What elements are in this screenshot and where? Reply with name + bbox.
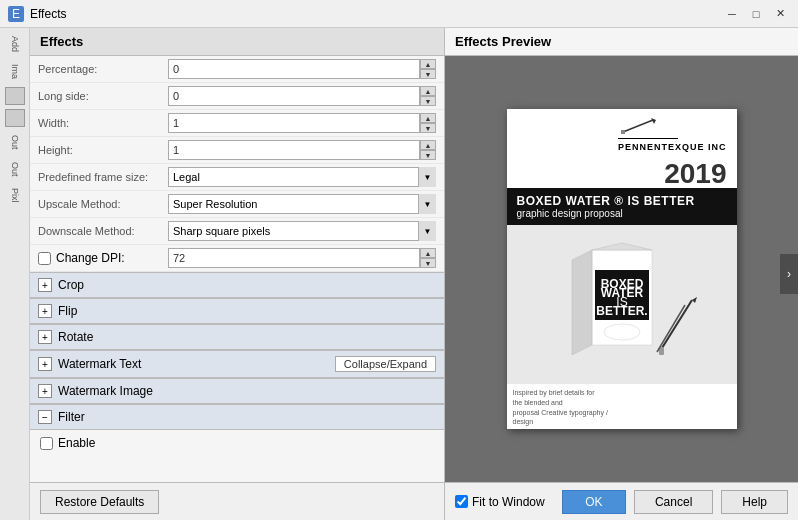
longside-label: Long side:	[38, 90, 168, 102]
sidebar-item-2[interactable]	[5, 109, 25, 127]
height-input[interactable]	[168, 140, 420, 160]
bottom-bar-right: Fit to Window OK Cancel Help	[445, 482, 798, 520]
filter-enable-checkbox[interactable]	[40, 437, 53, 450]
filter-section-header[interactable]: − Filter	[30, 404, 444, 430]
percentage-input-wrap: ▲ ▼	[168, 59, 436, 79]
watermark-text-expand-icon: +	[38, 357, 52, 371]
svg-line-0	[623, 120, 653, 132]
effects-panel-header: Effects	[30, 28, 444, 56]
help-button[interactable]: Help	[721, 490, 788, 514]
dpi-up[interactable]: ▲	[420, 248, 436, 258]
dpi-checkbox[interactable]	[38, 252, 51, 265]
doc-company-name: PENNENTEXQUE INC	[618, 142, 727, 152]
height-down[interactable]: ▼	[420, 150, 436, 160]
height-spinner: ▲ ▼	[420, 140, 436, 160]
longside-up[interactable]: ▲	[420, 86, 436, 96]
longside-down[interactable]: ▼	[420, 96, 436, 106]
width-row: Width: ▲ ▼	[30, 110, 444, 137]
doc-bottom: Inspired by brief details for the blende…	[507, 384, 737, 429]
right-panel: Effects Preview PENNENTEXQUE INC	[445, 28, 798, 520]
dpi-down[interactable]: ▼	[420, 258, 436, 268]
doc-header-right: PENNENTEXQUE INC	[618, 117, 727, 152]
filter-expand-icon: −	[38, 410, 52, 424]
doc-year: 2019	[507, 160, 737, 188]
watermark-text-section-header[interactable]: + Watermark Text Collapse/Expand	[30, 350, 444, 378]
doc-image-area: BOXED WATER IS BETTER.	[507, 225, 737, 384]
doc-black-bar-title: BOXED WATER ® IS BETTER	[517, 194, 727, 208]
bottom-bar-left: Restore Defaults	[30, 482, 444, 520]
filter-content: Enable	[30, 430, 444, 456]
svg-rect-2	[621, 130, 625, 134]
height-label: Height:	[38, 144, 168, 156]
fit-to-window-checkbox[interactable]	[455, 495, 468, 508]
percentage-input[interactable]	[168, 59, 420, 79]
rotate-label: Rotate	[58, 330, 93, 344]
fit-to-window-label: Fit to Window	[472, 495, 545, 509]
dpi-row: Change DPI: ▲ ▼	[30, 245, 444, 272]
watermark-image-section-header[interactable]: + Watermark Image	[30, 378, 444, 404]
sidebar-out-label: Out	[10, 131, 20, 154]
dpi-input-wrap: ▲ ▼	[168, 248, 436, 268]
sidebar-strip: Add Ima Out Out Pixl	[0, 28, 30, 520]
sidebar-pix-label: Pixl	[10, 184, 20, 207]
svg-text:BETTER.: BETTER.	[596, 304, 647, 318]
dpi-spinner: ▲ ▼	[420, 248, 436, 268]
minimize-button[interactable]: ─	[722, 5, 742, 23]
upscale-select[interactable]: Super Resolution Bicubic Bilinear	[168, 194, 436, 214]
downscale-select[interactable]: Sharp square pixels Bilinear Bicubic	[168, 221, 436, 241]
width-up[interactable]: ▲	[420, 113, 436, 123]
preview-header: Effects Preview	[445, 28, 798, 56]
width-down[interactable]: ▼	[420, 123, 436, 133]
downscale-row: Downscale Method: Sharp square pixels Bi…	[30, 218, 444, 245]
cancel-button[interactable]: Cancel	[634, 490, 713, 514]
restore-defaults-button[interactable]: Restore Defaults	[40, 490, 159, 514]
percentage-spinner: ▲ ▼	[420, 59, 436, 79]
flip-label: Flip	[58, 304, 77, 318]
crop-section-header[interactable]: + Crop	[30, 272, 444, 298]
effects-panel-content: Percentage: ▲ ▼ Long side: ▲ ▼	[30, 56, 444, 482]
downscale-label: Downscale Method:	[38, 225, 168, 237]
ok-button[interactable]: OK	[562, 490, 626, 514]
watermark-text-collapse-btn[interactable]: Collapse/Expand	[335, 356, 436, 372]
filter-enable-row: Enable	[40, 436, 434, 450]
watermark-text-label: Watermark Text	[58, 357, 141, 371]
sidebar-item-1[interactable]	[5, 87, 25, 105]
rotate-section-header[interactable]: + Rotate	[30, 324, 444, 350]
title-bar-left: E Effects	[8, 6, 66, 22]
crop-label: Crop	[58, 278, 84, 292]
watermark-image-expand-icon: +	[38, 384, 52, 398]
window-controls: ─ □ ✕	[722, 5, 790, 23]
width-input[interactable]	[168, 113, 420, 133]
height-up[interactable]: ▲	[420, 140, 436, 150]
height-row: Height: ▲ ▼	[30, 137, 444, 164]
doc-company-line	[618, 138, 678, 139]
maximize-button[interactable]: □	[746, 5, 766, 23]
upscale-label: Upscale Method:	[38, 198, 168, 210]
title-bar: E Effects ─ □ ✕	[0, 0, 798, 28]
dpi-input[interactable]	[168, 248, 420, 268]
percentage-label: Percentage:	[38, 63, 168, 75]
fit-to-window-wrap: Fit to Window	[455, 495, 545, 509]
flip-expand-icon: +	[38, 304, 52, 318]
carton-illustration: BOXED WATER IS BETTER.	[537, 240, 707, 370]
sidebar-image-label: Ima	[10, 60, 20, 83]
nav-arrow-right[interactable]: ›	[780, 254, 798, 294]
framesize-select[interactable]: Legal Letter A4	[168, 167, 436, 187]
preview-area: PENNENTEXQUE INC 2019 BOXED WATER ® IS B…	[445, 56, 798, 482]
sidebar-add-label: Add	[10, 32, 20, 56]
doc-black-bar-subtitle: graphic design proposal	[517, 208, 727, 219]
longside-row: Long side: ▲ ▼	[30, 83, 444, 110]
main-container: Add Ima Out Out Pixl Effects Percentage:…	[0, 28, 798, 520]
upscale-select-wrap: Super Resolution Bicubic Bilinear ▼	[168, 194, 436, 214]
close-button[interactable]: ✕	[770, 5, 790, 23]
flip-section-header[interactable]: + Flip	[30, 298, 444, 324]
percentage-down[interactable]: ▼	[420, 69, 436, 79]
framesize-label: Predefined frame size:	[38, 171, 168, 183]
width-label: Width:	[38, 117, 168, 129]
percentage-row: Percentage: ▲ ▼	[30, 56, 444, 83]
percentage-up[interactable]: ▲	[420, 59, 436, 69]
longside-input[interactable]	[168, 86, 420, 106]
left-panel: Effects Percentage: ▲ ▼ Long side:	[30, 28, 445, 520]
width-spinner: ▲ ▼	[420, 113, 436, 133]
longside-input-wrap: ▲ ▼	[168, 86, 436, 106]
